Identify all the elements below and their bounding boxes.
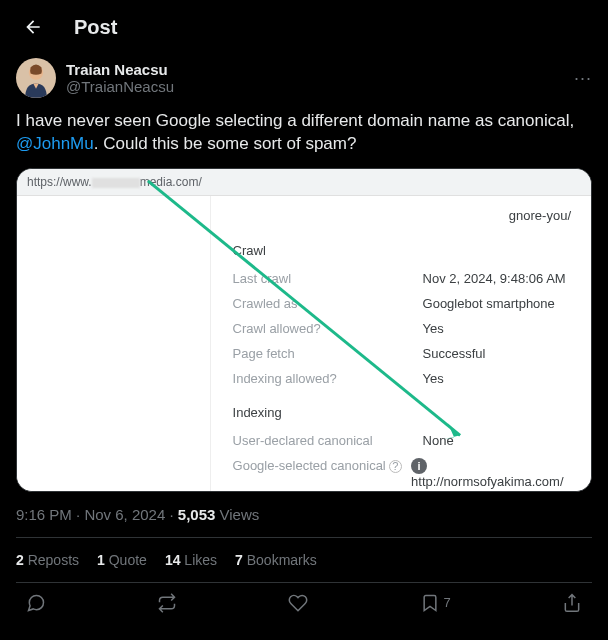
more-button[interactable]: ··· <box>574 68 592 89</box>
post-header: Post <box>0 0 608 54</box>
info-icon: i <box>411 458 427 474</box>
stat-likes[interactable]: 14 Likes <box>165 552 217 568</box>
post-time[interactable]: 9:16 PM <box>16 506 72 523</box>
repost-button[interactable] <box>157 593 177 613</box>
url-redacted <box>92 178 140 188</box>
partial-url: gnore-you/ <box>233 206 575 229</box>
author-block[interactable]: Traian Neacsu @TraianNeacsu <box>16 58 174 98</box>
avatar[interactable] <box>16 58 56 98</box>
bookmark-button[interactable]: 7 <box>420 593 451 613</box>
help-icon: ? <box>389 460 402 473</box>
section-indexing: Indexing <box>233 405 575 420</box>
row-crawled-as: Crawled asGooglebot smartphone <box>233 291 575 316</box>
post-text-part1: I have never seen Google selecting a dif… <box>16 111 574 130</box>
gsc-sidebar <box>17 196 211 492</box>
row-last-crawl: Last crawlNov 2, 2024, 9:48:06 AM <box>233 266 575 291</box>
url-bar: https://www.media.com/ <box>17 169 591 196</box>
post-container: Traian Neacsu @TraianNeacsu ··· I have n… <box>0 54 608 613</box>
share-button[interactable] <box>562 593 582 613</box>
post-date[interactable]: Nov 6, 2024 <box>84 506 165 523</box>
url-suffix: media.com/ <box>140 175 202 189</box>
post-head: Traian Neacsu @TraianNeacsu ··· <box>16 58 592 98</box>
stat-quotes[interactable]: 1 Quote <box>97 552 147 568</box>
back-button[interactable] <box>16 10 50 44</box>
row-page-fetch: Page fetchSuccessful <box>233 341 575 366</box>
section-crawl: Crawl <box>233 243 575 258</box>
stat-bookmarks[interactable]: 7 Bookmarks <box>235 552 317 568</box>
url-prefix: https://www. <box>27 175 92 189</box>
embedded-screenshot[interactable]: https://www.media.com/ gnore-you/ Crawl … <box>16 168 592 492</box>
gsc-panel: gnore-you/ Crawl Last crawlNov 2, 2024, … <box>17 196 591 492</box>
bookmark-count: 7 <box>444 595 451 610</box>
stat-reposts[interactable]: 2 Reposts <box>16 552 79 568</box>
google-canonical-value: http://normsofyakima.com/ <box>411 474 563 489</box>
row-crawl-allowed: Crawl allowed?Yes <box>233 316 575 341</box>
post-text-part2: . Could this be some sort of spam? <box>94 134 357 153</box>
row-google-canonical: Google-selected canonical? ihttp://norms… <box>233 453 575 492</box>
author-handle: @TraianNeacsu <box>66 78 174 95</box>
views-count: 5,053 <box>178 506 216 523</box>
row-user-canonical: User-declared canonicalNone <box>233 428 575 453</box>
google-canonical-label: Google-selected canonical <box>233 458 386 473</box>
gsc-details: gnore-you/ Crawl Last crawlNov 2, 2024, … <box>211 196 591 492</box>
stats-row: 2 Reposts 1 Quote 14 Likes 7 Bookmarks <box>16 537 592 583</box>
like-button[interactable] <box>288 593 308 613</box>
action-bar: 7 <box>16 583 592 613</box>
row-indexing-allowed: Indexing allowed?Yes <box>233 366 575 391</box>
page-title: Post <box>74 16 117 39</box>
reply-button[interactable] <box>26 593 46 613</box>
post-text: I have never seen Google selecting a dif… <box>16 110 592 156</box>
author-name: Traian Neacsu <box>66 61 174 78</box>
mention-link[interactable]: @JohnMu <box>16 134 94 153</box>
views-label: Views <box>220 506 260 523</box>
author-text: Traian Neacsu @TraianNeacsu <box>66 61 174 95</box>
post-meta: 9:16 PM · Nov 6, 2024 · 5,053 Views <box>16 492 592 537</box>
